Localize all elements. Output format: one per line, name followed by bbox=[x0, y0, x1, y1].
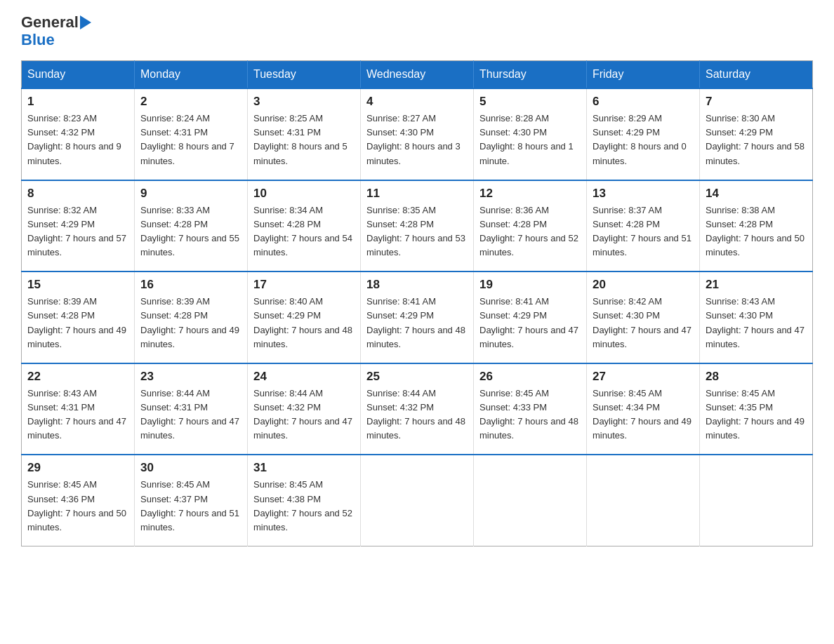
day-number: 9 bbox=[140, 187, 241, 201]
calendar-cell bbox=[700, 455, 813, 546]
day-number: 6 bbox=[593, 95, 694, 109]
day-number: 14 bbox=[706, 187, 807, 201]
logo: General Blue bbox=[21, 14, 91, 49]
header-friday: Friday bbox=[587, 61, 700, 89]
calendar-week-row: 1 Sunrise: 8:23 AM Sunset: 4:32 PM Dayli… bbox=[22, 88, 813, 180]
logo-general: General bbox=[21, 14, 79, 31]
calendar-cell: 28 Sunrise: 8:45 AM Sunset: 4:35 PM Dayl… bbox=[700, 363, 813, 455]
day-info: Sunrise: 8:42 AM Sunset: 4:30 PM Dayligh… bbox=[593, 295, 694, 351]
day-info: Sunrise: 8:45 AM Sunset: 4:38 PM Dayligh… bbox=[253, 478, 355, 535]
day-number: 25 bbox=[366, 370, 468, 384]
day-info: Sunrise: 8:44 AM Sunset: 4:32 PM Dayligh… bbox=[253, 387, 355, 443]
calendar-cell: 24 Sunrise: 8:44 AM Sunset: 4:32 PM Dayl… bbox=[248, 363, 361, 455]
header-wednesday: Wednesday bbox=[361, 61, 474, 89]
calendar-cell bbox=[361, 455, 474, 546]
calendar-cell: 6 Sunrise: 8:29 AM Sunset: 4:29 PM Dayli… bbox=[587, 88, 700, 180]
calendar-cell: 19 Sunrise: 8:41 AM Sunset: 4:29 PM Dayl… bbox=[474, 271, 587, 363]
header: General Blue bbox=[21, 14, 813, 49]
day-info: Sunrise: 8:43 AM Sunset: 4:31 PM Dayligh… bbox=[27, 387, 128, 443]
calendar-cell: 13 Sunrise: 8:37 AM Sunset: 4:28 PM Dayl… bbox=[587, 180, 700, 272]
calendar-cell: 29 Sunrise: 8:45 AM Sunset: 4:36 PM Dayl… bbox=[22, 455, 135, 546]
day-number: 12 bbox=[479, 187, 581, 201]
day-info: Sunrise: 8:45 AM Sunset: 4:33 PM Dayligh… bbox=[479, 387, 581, 443]
day-info: Sunrise: 8:23 AM Sunset: 4:32 PM Dayligh… bbox=[27, 112, 128, 168]
day-info: Sunrise: 8:32 AM Sunset: 4:29 PM Dayligh… bbox=[27, 203, 128, 260]
calendar-week-row: 22 Sunrise: 8:43 AM Sunset: 4:31 PM Dayl… bbox=[22, 363, 813, 455]
day-number: 15 bbox=[27, 278, 128, 292]
day-number: 20 bbox=[593, 278, 694, 292]
day-info: Sunrise: 8:25 AM Sunset: 4:31 PM Dayligh… bbox=[253, 112, 355, 168]
header-thursday: Thursday bbox=[474, 61, 587, 89]
day-info: Sunrise: 8:28 AM Sunset: 4:30 PM Dayligh… bbox=[479, 112, 581, 168]
day-info: Sunrise: 8:30 AM Sunset: 4:29 PM Dayligh… bbox=[706, 112, 807, 168]
day-info: Sunrise: 8:38 AM Sunset: 4:28 PM Dayligh… bbox=[706, 203, 807, 260]
calendar-cell: 23 Sunrise: 8:44 AM Sunset: 4:31 PM Dayl… bbox=[135, 363, 248, 455]
calendar-cell: 4 Sunrise: 8:27 AM Sunset: 4:30 PM Dayli… bbox=[361, 88, 474, 180]
header-sunday: Sunday bbox=[22, 61, 135, 89]
calendar-cell: 20 Sunrise: 8:42 AM Sunset: 4:30 PM Dayl… bbox=[587, 271, 700, 363]
day-info: Sunrise: 8:36 AM Sunset: 4:28 PM Dayligh… bbox=[479, 203, 581, 260]
day-number: 24 bbox=[253, 370, 355, 384]
calendar-header-row: SundayMondayTuesdayWednesdayThursdayFrid… bbox=[22, 61, 813, 89]
day-info: Sunrise: 8:45 AM Sunset: 4:34 PM Dayligh… bbox=[593, 387, 694, 443]
day-info: Sunrise: 8:41 AM Sunset: 4:29 PM Dayligh… bbox=[479, 295, 581, 351]
day-number: 11 bbox=[366, 187, 468, 201]
header-monday: Monday bbox=[135, 61, 248, 89]
calendar-cell: 27 Sunrise: 8:45 AM Sunset: 4:34 PM Dayl… bbox=[587, 363, 700, 455]
day-number: 29 bbox=[27, 461, 128, 475]
calendar-cell: 2 Sunrise: 8:24 AM Sunset: 4:31 PM Dayli… bbox=[135, 88, 248, 180]
day-info: Sunrise: 8:24 AM Sunset: 4:31 PM Dayligh… bbox=[140, 112, 241, 168]
day-info: Sunrise: 8:45 AM Sunset: 4:36 PM Dayligh… bbox=[27, 478, 128, 535]
day-number: 2 bbox=[140, 95, 241, 109]
calendar-cell: 14 Sunrise: 8:38 AM Sunset: 4:28 PM Dayl… bbox=[700, 180, 813, 272]
calendar-cell: 30 Sunrise: 8:45 AM Sunset: 4:37 PM Dayl… bbox=[135, 455, 248, 546]
calendar-cell: 8 Sunrise: 8:32 AM Sunset: 4:29 PM Dayli… bbox=[22, 180, 135, 272]
day-number: 16 bbox=[140, 278, 241, 292]
calendar-cell: 12 Sunrise: 8:36 AM Sunset: 4:28 PM Dayl… bbox=[474, 180, 587, 272]
day-info: Sunrise: 8:44 AM Sunset: 4:31 PM Dayligh… bbox=[140, 387, 241, 443]
day-number: 30 bbox=[140, 461, 241, 475]
day-info: Sunrise: 8:41 AM Sunset: 4:29 PM Dayligh… bbox=[366, 295, 468, 351]
calendar-cell: 22 Sunrise: 8:43 AM Sunset: 4:31 PM Dayl… bbox=[22, 363, 135, 455]
day-number: 4 bbox=[366, 95, 468, 109]
day-number: 18 bbox=[366, 278, 468, 292]
calendar-cell: 26 Sunrise: 8:45 AM Sunset: 4:33 PM Dayl… bbox=[474, 363, 587, 455]
logo-arrow-icon bbox=[80, 15, 91, 29]
day-number: 28 bbox=[706, 370, 807, 384]
day-number: 10 bbox=[253, 187, 355, 201]
day-number: 19 bbox=[479, 278, 581, 292]
day-number: 3 bbox=[253, 95, 355, 109]
day-info: Sunrise: 8:45 AM Sunset: 4:37 PM Dayligh… bbox=[140, 478, 241, 535]
calendar-cell: 21 Sunrise: 8:43 AM Sunset: 4:30 PM Dayl… bbox=[700, 271, 813, 363]
calendar-week-row: 8 Sunrise: 8:32 AM Sunset: 4:29 PM Dayli… bbox=[22, 180, 813, 272]
calendar-cell: 31 Sunrise: 8:45 AM Sunset: 4:38 PM Dayl… bbox=[248, 455, 361, 546]
calendar-cell: 3 Sunrise: 8:25 AM Sunset: 4:31 PM Dayli… bbox=[248, 88, 361, 180]
day-number: 13 bbox=[593, 187, 694, 201]
calendar-table: SundayMondayTuesdayWednesdayThursdayFrid… bbox=[21, 60, 813, 546]
day-number: 26 bbox=[479, 370, 581, 384]
calendar-cell bbox=[587, 455, 700, 546]
day-info: Sunrise: 8:27 AM Sunset: 4:30 PM Dayligh… bbox=[366, 112, 468, 168]
calendar-cell: 16 Sunrise: 8:39 AM Sunset: 4:28 PM Dayl… bbox=[135, 271, 248, 363]
day-info: Sunrise: 8:40 AM Sunset: 4:29 PM Dayligh… bbox=[253, 295, 355, 351]
calendar-week-row: 29 Sunrise: 8:45 AM Sunset: 4:36 PM Dayl… bbox=[22, 455, 813, 546]
day-info: Sunrise: 8:43 AM Sunset: 4:30 PM Dayligh… bbox=[706, 295, 807, 351]
day-info: Sunrise: 8:44 AM Sunset: 4:32 PM Dayligh… bbox=[366, 387, 468, 443]
day-info: Sunrise: 8:33 AM Sunset: 4:28 PM Dayligh… bbox=[140, 203, 241, 260]
day-number: 1 bbox=[27, 95, 128, 109]
calendar-cell: 9 Sunrise: 8:33 AM Sunset: 4:28 PM Dayli… bbox=[135, 180, 248, 272]
day-number: 5 bbox=[479, 95, 581, 109]
calendar-cell: 1 Sunrise: 8:23 AM Sunset: 4:32 PM Dayli… bbox=[22, 88, 135, 180]
calendar-cell: 10 Sunrise: 8:34 AM Sunset: 4:28 PM Dayl… bbox=[248, 180, 361, 272]
day-info: Sunrise: 8:39 AM Sunset: 4:28 PM Dayligh… bbox=[27, 295, 128, 351]
day-number: 31 bbox=[253, 461, 355, 475]
day-number: 17 bbox=[253, 278, 355, 292]
logo-blue: Blue bbox=[21, 31, 55, 49]
day-info: Sunrise: 8:37 AM Sunset: 4:28 PM Dayligh… bbox=[593, 203, 694, 260]
calendar-cell: 15 Sunrise: 8:39 AM Sunset: 4:28 PM Dayl… bbox=[22, 271, 135, 363]
day-info: Sunrise: 8:45 AM Sunset: 4:35 PM Dayligh… bbox=[706, 387, 807, 443]
day-number: 7 bbox=[706, 95, 807, 109]
calendar-cell: 11 Sunrise: 8:35 AM Sunset: 4:28 PM Dayl… bbox=[361, 180, 474, 272]
calendar-cell: 5 Sunrise: 8:28 AM Sunset: 4:30 PM Dayli… bbox=[474, 88, 587, 180]
calendar-cell: 7 Sunrise: 8:30 AM Sunset: 4:29 PM Dayli… bbox=[700, 88, 813, 180]
